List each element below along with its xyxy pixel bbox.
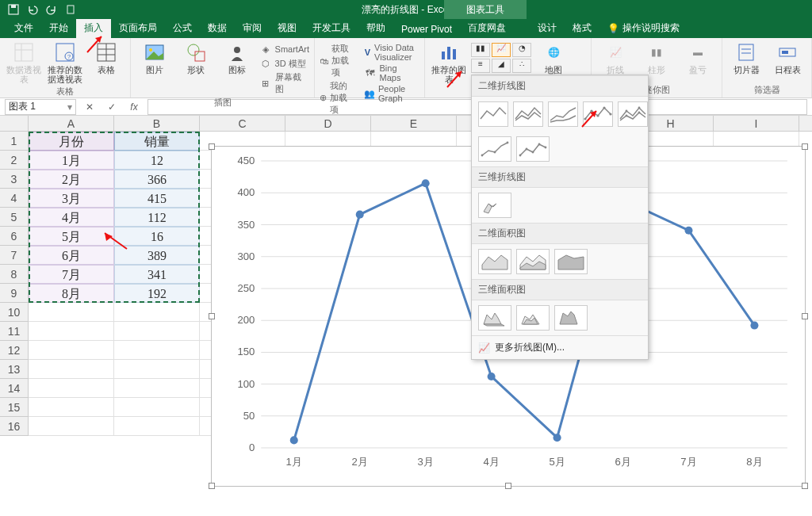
cell[interactable]: 341 (114, 265, 200, 284)
area-option-2[interactable] (516, 249, 550, 274)
row-header[interactable]: 6 (0, 227, 29, 246)
cell[interactable]: 7月 (29, 265, 114, 284)
tab-data[interactable]: 数据 (200, 18, 235, 38)
cell[interactable] (29, 398, 114, 417)
icons-button[interactable]: 图标 (218, 41, 256, 75)
line3d-option-1[interactable] (478, 193, 511, 218)
line-chart-option-2[interactable] (513, 101, 543, 127)
cell[interactable] (29, 379, 114, 398)
cell[interactable] (114, 303, 200, 322)
map-chart-button[interactable]: 🌐地图 (534, 41, 573, 75)
line-chart-option-3[interactable] (548, 101, 578, 127)
cell[interactable]: 16 (114, 227, 200, 246)
cell[interactable]: 112 (114, 208, 200, 227)
shapes-button[interactable]: 形状 (177, 41, 215, 75)
line-chart-option-4[interactable] (583, 101, 613, 127)
line-chart-option-1[interactable] (478, 101, 508, 127)
line-chart-option-6[interactable] (478, 136, 511, 162)
col-header-I[interactable]: I (714, 116, 799, 131)
row-header[interactable]: 16 (0, 417, 29, 436)
cell[interactable]: 5月 (29, 227, 114, 246)
tab-baidu[interactable]: 百度网盘 (460, 18, 514, 38)
row-header[interactable]: 14 (0, 379, 29, 398)
line-chart-option-5[interactable] (618, 101, 648, 127)
cell[interactable] (29, 360, 114, 379)
cell[interactable]: 月份 (29, 132, 114, 151)
row-header[interactable]: 10 (0, 303, 29, 322)
redo-icon[interactable] (43, 2, 60, 17)
cell[interactable]: 389 (114, 246, 200, 265)
chart-type-pie[interactable]: ◔ (512, 43, 531, 57)
row-header[interactable]: 15 (0, 398, 29, 417)
recommended-pivot-button[interactable]: ?推荐的数据透视表 (46, 41, 84, 84)
pivot-table-button[interactable]: 数据透视表 (5, 41, 43, 84)
cell[interactable] (114, 341, 200, 360)
row-header[interactable]: 3 (0, 170, 29, 189)
cell[interactable] (29, 417, 114, 436)
col-header-C[interactable]: C (200, 116, 285, 131)
sparkline-line-button[interactable]: 📈折线 (596, 41, 634, 75)
cell[interactable]: 192 (114, 284, 200, 303)
smartart-button[interactable]: ◈SmartArt (259, 43, 310, 55)
tab-pagelayout[interactable]: 页面布局 (111, 18, 165, 38)
tab-help[interactable]: 帮助 (358, 18, 393, 38)
row-header[interactable]: 8 (0, 265, 29, 284)
pictures-button[interactable]: 图片 (136, 41, 174, 75)
tab-formula[interactable]: 公式 (165, 18, 200, 38)
cell[interactable]: 12 (114, 151, 200, 170)
area3d-option-3[interactable] (554, 305, 588, 331)
resize-handle[interactable] (209, 143, 215, 150)
slicer-button[interactable]: 切片器 (727, 41, 765, 75)
resize-handle[interactable] (209, 313, 215, 319)
row-header[interactable]: 1 (0, 132, 29, 151)
col-header-B[interactable]: B (114, 116, 200, 131)
cell[interactable]: 366 (114, 170, 200, 189)
cancel-formula-icon[interactable]: ✕ (81, 101, 98, 113)
resize-handle[interactable] (802, 313, 808, 319)
chart-type-line[interactable]: 📈 (492, 43, 511, 57)
cell[interactable] (29, 303, 114, 322)
area-option-1[interactable] (478, 249, 511, 274)
cell[interactable]: 2月 (29, 170, 114, 189)
chart-type-area[interactable]: ◢ (492, 59, 511, 73)
tab-developer[interactable]: 开发工具 (304, 18, 358, 38)
save-icon[interactable] (5, 2, 22, 17)
cell[interactable] (114, 379, 200, 398)
tab-review[interactable]: 审阅 (235, 18, 270, 38)
touch-mode-icon[interactable] (62, 2, 79, 17)
area3d-option-1[interactable] (478, 305, 511, 331)
row-header[interactable]: 7 (0, 246, 29, 265)
tab-insert[interactable]: 插入 (76, 18, 111, 38)
get-addins-button[interactable]: 🛍获取加载项 (320, 43, 354, 78)
name-box[interactable]: 图表 1▾ (5, 99, 76, 115)
accept-formula-icon[interactable]: ✓ (103, 101, 121, 113)
area-option-3[interactable] (554, 249, 588, 274)
tab-home[interactable]: 开始 (41, 18, 76, 38)
row-header[interactable]: 2 (0, 151, 29, 170)
row-header[interactable]: 5 (0, 208, 29, 227)
col-header-A[interactable]: A (29, 116, 114, 131)
cell[interactable]: 8月 (29, 284, 114, 303)
chart-type-bar[interactable]: ≡ (471, 59, 490, 73)
row-header[interactable]: 9 (0, 284, 29, 303)
tab-view[interactable]: 视图 (270, 18, 304, 38)
cell[interactable]: 销量 (114, 132, 200, 151)
row-header[interactable]: 13 (0, 360, 29, 379)
visio-button[interactable]: VVisio Data Visualizer (364, 43, 419, 62)
tab-format[interactable]: 格式 (565, 18, 599, 38)
cell[interactable]: 3月 (29, 189, 114, 208)
area3d-option-2[interactable] (516, 305, 550, 331)
col-header-E[interactable]: E (371, 116, 457, 131)
resize-handle[interactable] (209, 483, 215, 489)
cell[interactable] (114, 360, 200, 379)
tab-design[interactable]: 设计 (530, 18, 565, 38)
row-header[interactable]: 4 (0, 189, 29, 208)
cell[interactable]: 1月 (29, 151, 114, 170)
cell[interactable] (114, 417, 200, 436)
3d-model-button[interactable]: ⬡3D 模型 (259, 57, 310, 70)
line-chart-option-7[interactable] (516, 136, 550, 162)
tab-powerpivot[interactable]: Power Pivot (393, 21, 460, 38)
tab-file[interactable]: 文件 (6, 18, 41, 38)
recommended-charts-button[interactable]: 推荐的图表 (430, 41, 468, 84)
table-button[interactable]: 表格 (87, 41, 125, 75)
